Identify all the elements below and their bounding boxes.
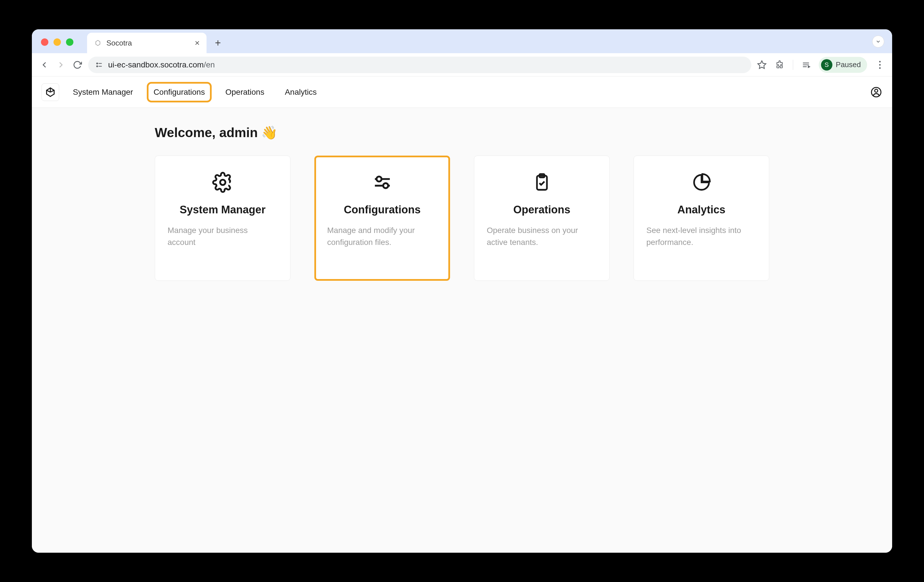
svg-point-14 [220, 180, 225, 185]
back-button[interactable] [39, 59, 50, 71]
address-bar-right: S Paused [756, 57, 885, 73]
nav-item-operations[interactable]: Operations [221, 85, 268, 100]
sliders-icon [327, 170, 437, 195]
window-close-button[interactable] [41, 38, 48, 46]
card-title: System Manager [168, 204, 278, 216]
tab-title: Socotra [106, 39, 190, 48]
svg-marker-8 [808, 66, 810, 68]
card-title: Configurations [327, 204, 437, 216]
url-field[interactable]: ui-ec-sandbox.socotra.com/en [88, 57, 751, 73]
browser-window: Socotra × + ui-ec-sandbox.socotra.com/en [32, 29, 892, 553]
card-title: Analytics [646, 204, 756, 216]
card-title: Operations [487, 204, 597, 216]
window-minimize-button[interactable] [53, 38, 61, 46]
content: Welcome, admin 👋 System Manager Manage y… [155, 125, 769, 536]
app-main: Welcome, admin 👋 System Manager Manage y… [32, 108, 892, 553]
svg-marker-4 [758, 61, 766, 68]
svg-point-10 [879, 64, 881, 66]
svg-point-13 [875, 89, 878, 92]
profile-chip[interactable]: S Paused [819, 57, 867, 73]
url-host: ui-ec-sandbox.socotra.com [108, 60, 204, 69]
app: System Manager Configurations Operations… [32, 76, 892, 553]
card-configurations[interactable]: Configurations Manage and modify your co… [314, 156, 450, 281]
tab-close-button[interactable]: × [195, 39, 200, 47]
svg-point-0 [97, 63, 98, 64]
welcome-text: Welcome, admin [155, 125, 258, 140]
gear-icon [168, 170, 278, 195]
tabs-dropdown-button[interactable] [872, 36, 884, 48]
app-logo[interactable] [41, 83, 59, 101]
reload-button[interactable] [72, 59, 83, 71]
card-system-manager[interactable]: System Manager Manage your business acco… [155, 156, 290, 281]
toolbar-divider [793, 60, 793, 70]
new-tab-button[interactable]: + [209, 34, 227, 52]
app-nav: System Manager Configurations Operations… [69, 85, 321, 100]
svg-point-11 [879, 67, 881, 69]
card-desc: Manage and modify your configuration fil… [327, 224, 437, 248]
tab-strip: Socotra × + [32, 29, 892, 53]
card-operations[interactable]: Operations Operate business on your acti… [474, 156, 610, 281]
clipboard-icon [487, 170, 597, 195]
card-analytics[interactable]: Analytics See next-level insights into p… [634, 156, 769, 281]
browser-tab[interactable]: Socotra × [87, 33, 206, 53]
card-desc: See next-level insights into performance… [646, 224, 756, 248]
profile-label: Paused [836, 60, 861, 69]
nav-item-configurations[interactable]: Configurations [150, 85, 209, 100]
piechart-icon [646, 170, 756, 195]
wave-emoji: 👋 [261, 125, 277, 140]
user-account-button[interactable] [870, 86, 883, 99]
url-path: /en [204, 60, 215, 69]
svg-point-16 [376, 176, 381, 182]
window-maximize-button[interactable] [66, 38, 73, 46]
forward-button[interactable] [55, 59, 66, 71]
svg-point-18 [383, 183, 388, 188]
media-control-button[interactable] [800, 59, 811, 70]
bookmark-button[interactable] [756, 59, 767, 70]
profile-avatar: S [821, 59, 832, 71]
browser-menu-button[interactable] [874, 59, 885, 70]
svg-point-9 [879, 61, 881, 63]
nav-item-analytics[interactable]: Analytics [281, 85, 321, 100]
extensions-button[interactable] [775, 59, 785, 70]
app-header: System Manager Configurations Operations… [32, 76, 892, 108]
card-desc: Operate business on your active tenants. [487, 224, 597, 248]
nav-item-system-manager[interactable]: System Manager [69, 85, 137, 100]
url-text: ui-ec-sandbox.socotra.com/en [108, 60, 215, 69]
traffic-lights [41, 38, 73, 46]
welcome-heading: Welcome, admin 👋 [155, 125, 769, 140]
cards-grid: System Manager Manage your business acco… [155, 156, 769, 281]
tab-favicon [94, 39, 102, 47]
address-bar: ui-ec-sandbox.socotra.com/en S Paused [32, 53, 892, 76]
card-desc: Manage your business account [168, 224, 278, 248]
site-info-icon[interactable] [94, 60, 104, 70]
svg-point-2 [97, 66, 98, 67]
